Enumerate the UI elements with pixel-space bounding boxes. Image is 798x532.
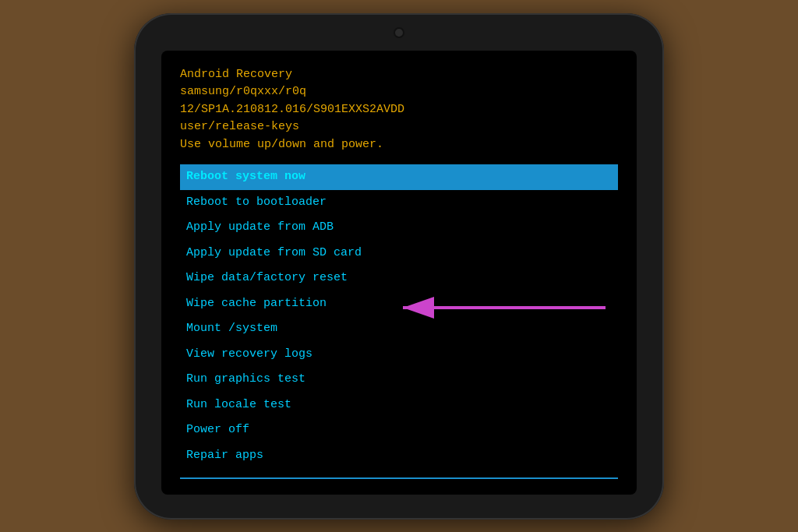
phone-device: Android Recovery samsung/r0qxxx/r0q 12/S…	[134, 13, 664, 520]
camera-sensor	[394, 27, 404, 38]
bottom-divider	[180, 477, 618, 479]
phone-screen: Android Recovery samsung/r0qxxx/r0q 12/S…	[161, 51, 637, 495]
arrow-pointer	[161, 51, 637, 495]
